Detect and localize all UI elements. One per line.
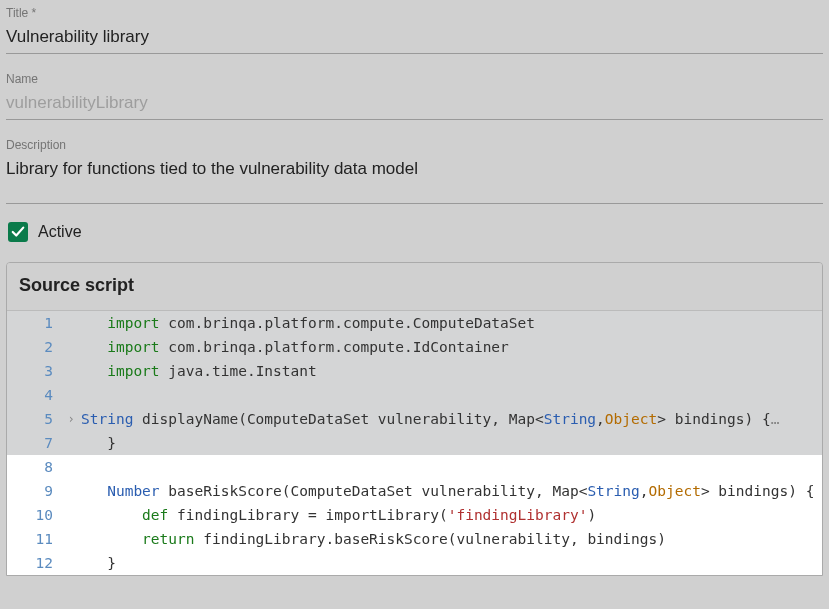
name-label: Name bbox=[6, 72, 823, 86]
code-line[interactable]: 4 bbox=[7, 383, 822, 407]
fold-icon bbox=[63, 551, 79, 575]
code-line[interactable]: 2 import com.brinqa.platform.compute.IdC… bbox=[7, 335, 822, 359]
code-editor[interactable]: 1 import com.brinqa.platform.compute.Com… bbox=[7, 310, 822, 575]
code-line[interactable]: 5›String displayName(ComputeDataSet vuln… bbox=[7, 407, 822, 431]
fold-icon bbox=[63, 431, 79, 455]
active-label: Active bbox=[38, 223, 82, 241]
code-content[interactable]: } bbox=[79, 431, 822, 455]
line-number: 9 bbox=[7, 479, 63, 503]
code-line[interactable]: 12 } bbox=[7, 551, 822, 575]
code-line[interactable]: 8 bbox=[7, 455, 822, 479]
line-number: 11 bbox=[7, 527, 63, 551]
title-field: Title * bbox=[6, 6, 823, 54]
source-script-header: Source script bbox=[7, 263, 822, 310]
line-number: 12 bbox=[7, 551, 63, 575]
fold-icon bbox=[63, 359, 79, 383]
code-content[interactable]: Number baseRiskScore(ComputeDataSet vuln… bbox=[79, 479, 822, 503]
title-input[interactable] bbox=[6, 24, 823, 54]
source-script-panel: Source script 1 import com.brinqa.platfo… bbox=[6, 262, 823, 576]
fold-icon[interactable]: › bbox=[63, 407, 79, 431]
code-content[interactable]: import java.time.Instant bbox=[79, 359, 822, 383]
code-content[interactable]: String displayName(ComputeDataSet vulner… bbox=[79, 407, 822, 431]
line-number: 10 bbox=[7, 503, 63, 527]
line-number: 7 bbox=[7, 431, 63, 455]
fold-icon bbox=[63, 311, 79, 335]
code-content[interactable]: } bbox=[79, 551, 822, 575]
fold-icon bbox=[63, 455, 79, 479]
code-content[interactable]: import com.brinqa.platform.compute.Compu… bbox=[79, 311, 822, 335]
title-label: Title * bbox=[6, 6, 823, 20]
code-line[interactable]: 10 def findingLibrary = importLibrary('f… bbox=[7, 503, 822, 527]
code-content[interactable]: def findingLibrary = importLibrary('find… bbox=[79, 503, 822, 527]
code-line[interactable]: 3 import java.time.Instant bbox=[7, 359, 822, 383]
checkbox-checked-icon[interactable] bbox=[8, 222, 28, 242]
code-content[interactable]: import com.brinqa.platform.compute.IdCon… bbox=[79, 335, 822, 359]
code-line[interactable]: 1 import com.brinqa.platform.compute.Com… bbox=[7, 311, 822, 335]
code-content[interactable]: return findingLibrary.baseRiskScore(vuln… bbox=[79, 527, 822, 551]
code-content[interactable] bbox=[79, 455, 822, 479]
description-input[interactable]: Library for functions tied to the vulner… bbox=[6, 156, 823, 185]
code-line[interactable]: 11 return findingLibrary.baseRiskScore(v… bbox=[7, 527, 822, 551]
line-number: 8 bbox=[7, 455, 63, 479]
fold-icon bbox=[63, 503, 79, 527]
line-number: 4 bbox=[7, 383, 63, 407]
line-number: 1 bbox=[7, 311, 63, 335]
fold-icon bbox=[63, 383, 79, 407]
fold-icon bbox=[63, 527, 79, 551]
line-number: 2 bbox=[7, 335, 63, 359]
code-line[interactable]: 7 } bbox=[7, 431, 822, 455]
description-label: Description bbox=[6, 138, 823, 152]
name-input[interactable] bbox=[6, 90, 823, 120]
code-line[interactable]: 9 Number baseRiskScore(ComputeDataSet vu… bbox=[7, 479, 822, 503]
line-number: 3 bbox=[7, 359, 63, 383]
name-field: Name bbox=[6, 72, 823, 120]
fold-icon bbox=[63, 479, 79, 503]
divider bbox=[6, 203, 823, 204]
description-field: Description Library for functions tied t… bbox=[6, 138, 823, 204]
line-number: 5 bbox=[7, 407, 63, 431]
active-checkbox-row[interactable]: Active bbox=[8, 222, 823, 242]
code-content[interactable] bbox=[79, 383, 822, 407]
fold-icon bbox=[63, 335, 79, 359]
